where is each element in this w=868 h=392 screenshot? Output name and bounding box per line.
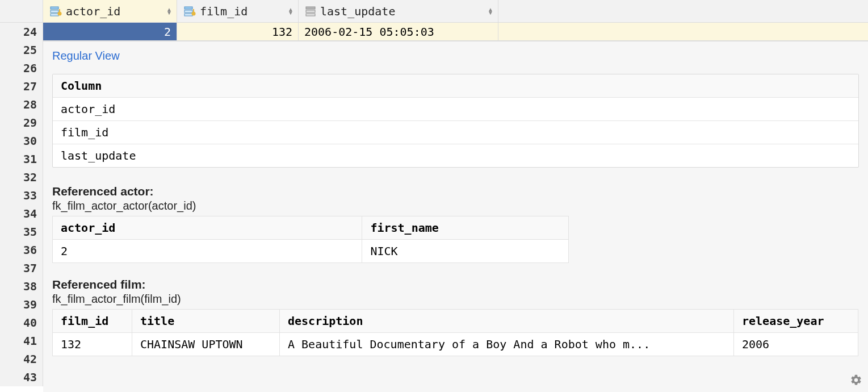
gutter-row-number[interactable]: 32 (0, 168, 43, 186)
ref-film-td[interactable]: 132 (53, 333, 132, 356)
gutter-row-number[interactable]: 36 (0, 241, 43, 259)
grid-header: actor_id ▲▼ film_id ▲▼ last_update ▲▼ (0, 0, 868, 23)
gutter-row-number[interactable]: 34 (0, 205, 43, 223)
ref-film-td[interactable]: CHAINSAW UPTOWN (132, 333, 280, 356)
ref-film-table: film_id title description release_year 1… (52, 309, 858, 356)
gutter-row-number[interactable]: 27 (0, 77, 43, 95)
column-icon (305, 6, 317, 17)
column-list-item[interactable]: last_update (53, 144, 858, 167)
data-row[interactable]: 2 132 2006-02-15 05:05:03 (43, 23, 868, 41)
cell-film-id[interactable]: 132 (177, 23, 299, 40)
sort-icon[interactable]: ▲▼ (488, 8, 493, 15)
gutter-row-number[interactable]: 42 (0, 350, 43, 368)
svg-rect-11 (306, 10, 315, 12)
ref-actor-td[interactable]: NICK (362, 240, 569, 263)
cell-last-update[interactable]: 2006-02-15 05:05:03 (299, 23, 498, 40)
ref-actor-th[interactable]: first_name (362, 216, 569, 240)
pk-icon (50, 6, 62, 17)
gutter-row-number[interactable]: 31 (0, 150, 43, 168)
column-header-film-id[interactable]: film_id ▲▼ (177, 0, 299, 22)
referenced-film-block: Referenced film: fk_film_actor_film(film… (52, 278, 859, 356)
ref-actor-table: actor_id first_name 2 NICK (52, 216, 569, 263)
gutter-row-number[interactable]: 40 (0, 314, 43, 332)
svg-rect-7 (184, 14, 192, 16)
table-row: film_id title description release_year (53, 310, 858, 333)
fk-icon (184, 6, 196, 17)
gutter-row-number[interactable]: 37 (0, 259, 43, 277)
table-row[interactable]: 132 CHAINSAW UPTOWN A Beautiful Document… (53, 333, 858, 356)
ref-actor-subtitle: fk_film_actor_actor(actor_id) (52, 199, 859, 212)
gutter-row-number[interactable]: 41 (0, 332, 43, 350)
svg-rect-5 (184, 7, 192, 9)
svg-rect-10 (306, 7, 315, 9)
column-label: film_id (200, 5, 248, 18)
svg-rect-2 (51, 14, 58, 16)
gutter-row-number[interactable]: 43 (0, 368, 43, 386)
gear-icon[interactable] (850, 374, 862, 386)
gutter-corner (0, 0, 43, 22)
column-list-header: Column (53, 74, 858, 98)
gutter-row-number[interactable]: 33 (0, 186, 43, 205)
table-row[interactable]: 2 NICK (53, 240, 569, 263)
ref-film-th[interactable]: release_year (734, 310, 858, 333)
ref-film-subtitle: fk_film_actor_film(film_id) (52, 293, 859, 306)
cell-actor-id[interactable]: 2 (43, 23, 177, 40)
column-list-table: Column actor_id film_id last_update (52, 74, 859, 168)
table-row: actor_id first_name (53, 216, 569, 240)
svg-rect-6 (184, 10, 192, 12)
gutter-row-number[interactable]: 29 (0, 114, 43, 132)
column-label: actor_id (66, 5, 120, 18)
svg-rect-12 (306, 14, 315, 16)
ref-film-th[interactable]: film_id (53, 310, 132, 333)
gutter-row-number[interactable]: 24 (0, 23, 43, 41)
gutter-row-number[interactable]: 26 (0, 59, 43, 77)
ref-film-th[interactable]: title (132, 310, 280, 333)
sort-icon[interactable]: ▲▼ (166, 8, 172, 15)
column-header-actor-id[interactable]: actor_id ▲▼ (43, 0, 177, 22)
ref-film-td[interactable]: A Beautiful Documentary of a Boy And a R… (280, 333, 734, 356)
column-header-last-update[interactable]: last_update ▲▼ (299, 0, 498, 22)
detail-panel: Regular View Column actor_id film_id las… (43, 41, 868, 392)
ref-actor-title: Referenced actor: (52, 185, 859, 198)
gutter-row-number[interactable]: 25 (0, 41, 43, 59)
column-label: last_update (320, 5, 395, 18)
gutter-row-number[interactable]: 38 (0, 277, 43, 295)
column-list-item[interactable]: actor_id (53, 98, 858, 121)
regular-view-link[interactable]: Regular View (52, 49, 120, 62)
gutter-row-number[interactable]: 30 (0, 132, 43, 150)
gutter-row-number[interactable]: 39 (0, 295, 43, 314)
svg-rect-0 (51, 7, 58, 9)
column-list-item[interactable]: film_id (53, 121, 858, 144)
ref-film-th[interactable]: description (280, 310, 734, 333)
svg-rect-1 (51, 10, 58, 12)
referenced-actor-block: Referenced actor: fk_film_actor_actor(ac… (52, 185, 859, 263)
ref-actor-th[interactable]: actor_id (53, 216, 362, 240)
svg-rect-9 (193, 9, 194, 12)
row-gutter: 2425262728293031323334353637383940414243 (0, 23, 43, 386)
gutter-row-number[interactable]: 35 (0, 223, 43, 241)
ref-film-title: Referenced film: (52, 278, 859, 291)
ref-film-td[interactable]: 2006 (734, 333, 858, 356)
svg-rect-4 (59, 9, 60, 12)
gutter-row-number[interactable]: 28 (0, 95, 43, 114)
sort-icon[interactable]: ▲▼ (288, 8, 293, 15)
ref-actor-td[interactable]: 2 (53, 240, 362, 263)
